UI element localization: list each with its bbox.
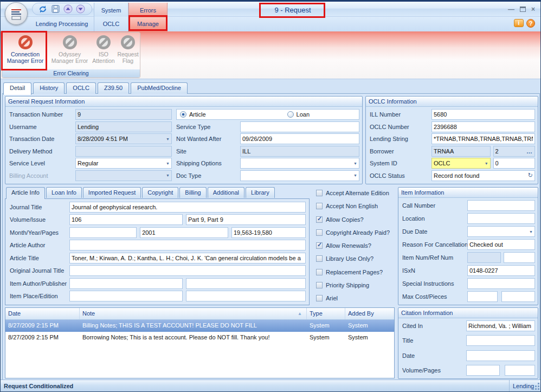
ellipsis-icon[interactable]: … (526, 148, 533, 155)
loan-radio[interactable] (287, 111, 294, 118)
connection-manager-error-button[interactable]: ConnectionManager Error (2, 33, 48, 69)
subtab-loan-info[interactable]: Loan Info (46, 187, 82, 198)
item-place-field[interactable] (69, 291, 183, 301)
shipping-options-dropdown[interactable]: ▼ (240, 158, 359, 169)
tab-oclc-detail[interactable]: OCLC (66, 82, 96, 94)
app-menu-button[interactable] (5, 2, 28, 25)
note-row[interactable]: 8/27/2009 2:15 PM Borrowing Notes; This … (5, 332, 394, 344)
subtab-imported-request[interactable]: Imported Request (83, 187, 141, 198)
ariel-checkbox[interactable] (316, 295, 323, 301)
article-title-field[interactable]: Toner, M.; Kirwan, A. D.; Kantha, L. H.;… (69, 253, 306, 264)
tab-pubmed-docline[interactable]: PubMed/Docline (131, 82, 188, 94)
lending-string-field[interactable]: *TRNAB,TRNAB,TRNAB,TRNAB,TRNAB (431, 133, 535, 144)
move-up-button[interactable] (63, 4, 73, 14)
general-request-panel: General Request Information Transaction … (5, 96, 363, 184)
refresh-status-icon[interactable]: ↻ (528, 172, 533, 179)
notes-col-type[interactable]: Type (307, 308, 345, 319)
due-date-dropdown[interactable]: ▼ (467, 226, 535, 237)
notes-col-note[interactable]: Note▲ (80, 308, 307, 319)
journal-title-field[interactable]: Journal of geophysical research. (69, 202, 306, 213)
item-publisher-field[interactable] (186, 278, 306, 289)
subtab-billing[interactable]: Billing (179, 187, 206, 198)
tab-z3950[interactable]: Z39.50 (98, 82, 129, 94)
location-label: Location (401, 215, 467, 222)
note-row[interactable]: 8/27/2009 2:15 PM Billing Notes; THIS IS… (5, 320, 394, 332)
issue-field[interactable]: Part 9, Part 9 (186, 214, 306, 225)
window-maximize-button[interactable] (520, 7, 526, 12)
ill-number-field[interactable]: 5680 (431, 109, 535, 120)
service-level-dropdown[interactable]: Regular▼ (75, 158, 172, 169)
allow-renewals-checkbox[interactable] (316, 242, 323, 249)
pieces-field[interactable] (501, 291, 535, 302)
pages-field[interactable]: 19,563-19,580 (231, 227, 306, 238)
tab-detail[interactable]: Detail (3, 82, 31, 95)
ill-number-label: ILL Number (369, 111, 431, 118)
borrower-field: TRNAA (431, 146, 491, 157)
accept-non-english-checkbox[interactable] (316, 203, 323, 209)
system-id-number-field[interactable]: 0 (493, 158, 535, 169)
cited-in-field[interactable]: Richmond, Va. ; William Byrd (466, 320, 535, 331)
replacement-pages-checkbox[interactable] (316, 269, 323, 275)
document-tabs: Detail History OCLC Z39.50 PubMed/Doclin… (3, 82, 188, 94)
notes-col-added-by[interactable]: Added By (345, 308, 394, 319)
borrower-count-field[interactable]: 2… (493, 146, 535, 157)
group-caption: Error Clearing (2, 69, 140, 78)
subtab-additional[interactable]: Additional (208, 187, 244, 198)
doc-type-dropdown[interactable]: ▼ (240, 170, 359, 181)
year-field[interactable]: 2001 (140, 227, 228, 238)
item-author-publisher-label: Item Author/Publisher (9, 280, 69, 287)
max-cost-field[interactable] (467, 291, 498, 302)
service-type-field[interactable] (240, 121, 359, 132)
article-author-field[interactable] (69, 240, 306, 250)
notes-col-date[interactable]: Date (5, 308, 80, 319)
original-journal-title-field[interactable] (69, 265, 306, 276)
priority-shipping-checkbox[interactable] (316, 282, 323, 288)
window-close-button[interactable]: × (531, 5, 535, 13)
oclc-status-field: Record not found↻ (431, 170, 535, 181)
citation-title-field[interactable] (466, 335, 535, 346)
not-wanted-after-field[interactable]: 09/26/2009 (240, 133, 359, 144)
reason-for-cancellation-field[interactable]: Checked out (467, 239, 535, 250)
subtab-copyright[interactable]: Copyright (142, 187, 178, 198)
oclc-number-field[interactable]: 2396688 (431, 121, 535, 132)
ref-num-field[interactable] (504, 252, 535, 263)
feedback-bubble-icon[interactable]: i (514, 19, 524, 27)
month-field[interactable] (69, 227, 137, 238)
special-instructions-field[interactable] (467, 278, 535, 289)
transaction-date-dropdown[interactable]: 8/28/2009 4:51 PM▼ (75, 133, 172, 144)
refresh-button[interactable] (38, 4, 48, 14)
tab-manage[interactable]: Manage (128, 17, 168, 31)
checkbox-row: Accept Non English (316, 203, 395, 209)
subtab-article-info[interactable]: Article Info (6, 187, 45, 199)
not-wanted-after-label: Not Wanted After (172, 136, 240, 142)
tab-lending-processing[interactable]: Lending Processing (31, 17, 93, 31)
call-number-field[interactable] (467, 200, 535, 211)
tab-oclc[interactable]: OCLC (94, 17, 128, 31)
isxn-field[interactable]: 0148-0227 (467, 265, 535, 276)
allow-copies-checkbox[interactable] (316, 216, 323, 223)
article-radio[interactable] (180, 111, 186, 118)
subtab-library[interactable]: Library (246, 187, 275, 198)
tab-history[interactable]: History (33, 82, 65, 94)
volume-field[interactable]: 106 (69, 214, 183, 225)
button-label: RequestFlag (117, 51, 138, 64)
move-down-button[interactable] (75, 4, 85, 14)
request-type-group: Article Loan (176, 109, 359, 120)
window-minimize-button[interactable]: — (508, 5, 514, 13)
citation-date-field[interactable] (466, 350, 535, 361)
accept-alternate-edition-checkbox[interactable] (316, 190, 323, 196)
library-use-only-checkbox[interactable] (316, 255, 323, 262)
citation-volume-field[interactable] (466, 365, 500, 376)
citation-pages-field[interactable] (505, 365, 535, 376)
citation-date-label: Date (401, 352, 466, 359)
item-author-field[interactable] (69, 278, 183, 289)
item-edition-field[interactable] (186, 291, 306, 301)
service-level-label: Service Level (8, 160, 75, 166)
help-icon[interactable]: ? (526, 19, 535, 28)
button-label: ConnectionManager Error (7, 51, 44, 64)
copyright-already-paid-checkbox[interactable] (316, 229, 323, 236)
save-button[interactable] (50, 4, 60, 14)
location-field[interactable] (467, 213, 535, 224)
resize-grip[interactable] (538, 388, 539, 390)
system-id-dropdown[interactable]: OCLC▼ (431, 158, 491, 169)
